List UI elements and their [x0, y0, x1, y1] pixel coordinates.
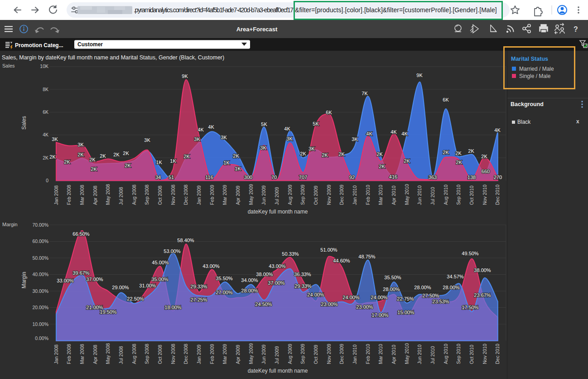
svg-text:Oct 2010: Oct 2010 [469, 345, 474, 364]
svg-text:2K: 2K [183, 154, 190, 159]
svg-text:Dec 2010: Dec 2010 [495, 185, 500, 205]
svg-text:2K: 2K [43, 155, 48, 160]
svg-text:35.50%: 35.50% [384, 275, 401, 280]
svg-text:2K: 2K [300, 151, 306, 156]
svg-text:43.00%: 43.00% [269, 263, 286, 269]
svg-text:5K: 5K [313, 121, 319, 126]
svg-text:Apr 2009: Apr 2009 [235, 185, 241, 205]
svg-text:Nov 2010: Nov 2010 [482, 185, 487, 205]
svg-text:Dec 2008: Dec 2008 [183, 344, 188, 364]
svg-text:17.00%: 17.00% [371, 312, 389, 318]
svg-text:2K: 2K [91, 166, 97, 172]
svg-text:58.40%: 58.40% [177, 238, 194, 243]
svg-text:Aug 2009: Aug 2009 [287, 185, 293, 205]
svg-text:Apr 2008: Apr 2008 [92, 185, 98, 205]
svg-text:66.50%: 66.50% [72, 231, 90, 237]
svg-text:6K: 6K [443, 97, 449, 102]
svg-text:31.00%: 31.00% [139, 283, 156, 288]
svg-text:Sep 2010: Sep 2010 [456, 185, 461, 205]
svg-text:416: 416 [389, 174, 397, 180]
svg-text:Feb 2010: Feb 2010 [365, 344, 371, 364]
svg-text:Jan 2008: Jan 2008 [53, 345, 59, 364]
svg-text:May 2008: May 2008 [105, 184, 111, 205]
svg-text:3K: 3K [286, 136, 293, 141]
svg-text:36.33%: 36.33% [294, 272, 311, 277]
svg-text:19.50%: 19.50% [100, 309, 117, 315]
svg-text:1K: 1K [156, 160, 162, 165]
svg-text:2K: 2K [233, 153, 239, 159]
svg-text:2K: 2K [125, 163, 131, 168]
svg-text:2K: 2K [49, 154, 56, 160]
svg-text:Aug 2010: Aug 2010 [443, 344, 448, 364]
svg-text:6K: 6K [43, 109, 48, 115]
svg-text:Apr 2010: Apr 2010 [391, 185, 396, 205]
svg-text:4K: 4K [366, 131, 372, 136]
svg-text:27.00%: 27.00% [216, 290, 233, 295]
svg-text:2K: 2K [404, 158, 410, 164]
svg-text:Nov 2009: Nov 2009 [326, 185, 332, 205]
svg-text:18.00%: 18.00% [164, 305, 182, 310]
svg-text:7K: 7K [361, 91, 368, 96]
svg-text:2K: 2K [456, 160, 462, 165]
svg-text:270: 270 [494, 175, 502, 180]
svg-text:Feb 2009: Feb 2009 [209, 344, 215, 364]
svg-text:50.33%: 50.33% [282, 251, 299, 257]
svg-text:24.00%: 24.00% [342, 295, 360, 300]
svg-text:2K: 2K [64, 159, 70, 165]
svg-text:Sales, Margin by dateKey full: Sales, Margin by dateKey full month name… [2, 54, 224, 61]
svg-text:2K: 2K [322, 152, 328, 158]
svg-text:38.00%: 38.00% [256, 272, 273, 277]
svg-text:34.00%: 34.00% [241, 277, 258, 283]
svg-text:22.50%: 22.50% [127, 296, 144, 301]
svg-text:3K: 3K [194, 136, 200, 142]
svg-text:51: 51 [169, 175, 174, 180]
svg-text:40.00%: 40.00% [32, 272, 48, 277]
svg-text:Dec 2008: Dec 2008 [183, 185, 188, 205]
svg-text:4K: 4K [43, 132, 48, 137]
svg-text:3K: 3K [221, 135, 227, 140]
svg-text:29.33%: 29.33% [294, 283, 312, 289]
svg-text:May 2008: May 2008 [105, 343, 111, 364]
svg-text:2K: 2K [379, 164, 385, 169]
svg-text:707: 707 [299, 175, 307, 180]
svg-text:3K: 3K [352, 136, 358, 142]
svg-text:Jan 2009: Jan 2009 [196, 345, 202, 364]
svg-text:1K: 1K [235, 166, 241, 171]
svg-text:Margin: Margin [2, 222, 18, 227]
svg-text:Dec 2010: Dec 2010 [495, 344, 500, 364]
svg-text:Promotion Categ...: Promotion Categ... [15, 42, 63, 49]
svg-text:Oct 2008: Oct 2008 [157, 345, 163, 364]
svg-text:2K: 2K [443, 150, 449, 155]
svg-text:Jun 2010: Jun 2010 [417, 185, 422, 205]
svg-text:Apr 2009: Apr 2009 [235, 345, 241, 364]
svg-text:Oct 2009: Oct 2009 [313, 185, 318, 205]
svg-text:Aug 2008: Aug 2008 [131, 344, 137, 364]
svg-text:70.00%: 70.00% [32, 222, 48, 228]
svg-text:2K: 2K [468, 148, 474, 154]
svg-text:60.00%: 60.00% [32, 238, 48, 244]
svg-text:3K: 3K [308, 146, 315, 151]
svg-text:Feb 2008: Feb 2008 [66, 185, 72, 205]
svg-text:1K: 1K [223, 160, 230, 165]
svg-text:Jul 2010: Jul 2010 [430, 187, 435, 205]
svg-text:28.00%: 28.00% [443, 285, 460, 290]
svg-text:116: 116 [205, 175, 213, 180]
svg-text:Jan 2008: Jan 2008 [53, 185, 59, 205]
svg-text:44.60%: 44.60% [333, 258, 350, 263]
svg-text:2K: 2K [77, 152, 84, 157]
svg-text:Jul 2009: Jul 2009 [274, 346, 280, 364]
svg-text:Mar 2009: Mar 2009 [222, 185, 227, 205]
svg-text:27.50%: 27.50% [422, 293, 439, 298]
svg-text:Aug 2009: Aug 2009 [287, 344, 293, 364]
svg-text:2K: 2K [376, 151, 383, 157]
svg-text:Sep 2008: Sep 2008 [144, 344, 149, 364]
svg-text:92: 92 [349, 175, 355, 180]
svg-text:10.00%: 10.00% [32, 321, 48, 327]
svg-text:138: 138 [468, 175, 476, 180]
svg-text:Apr 2010: Apr 2010 [391, 345, 396, 364]
svg-text:0: 0 [46, 178, 48, 183]
svg-text:Oct 2008: Oct 2008 [157, 185, 163, 205]
svg-text:Customer: Customer [77, 41, 103, 48]
svg-text:Mar 2010: Mar 2010 [378, 344, 383, 364]
svg-text:363: 363 [429, 175, 437, 180]
